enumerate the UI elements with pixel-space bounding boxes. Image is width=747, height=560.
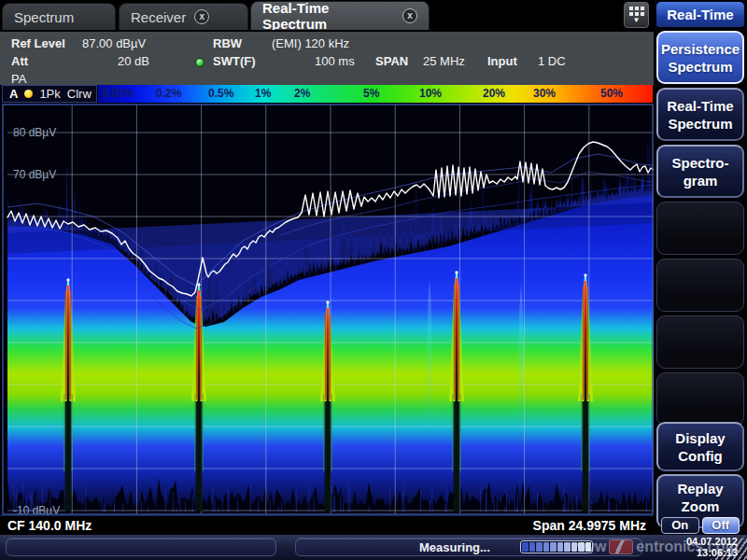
tab-label: Spectrum [14, 9, 74, 25]
input-label: Input [487, 54, 517, 68]
svg-text:70 dBµV: 70 dBµV [13, 168, 56, 181]
tab-spectrum[interactable]: Spectrum [2, 3, 116, 30]
scale-label: 0.2% [156, 87, 181, 100]
att-value[interactable]: 20 dB [118, 54, 149, 68]
tab-real-time-spectrum[interactable]: Real-Time Spectrum x [250, 1, 430, 30]
swt-value[interactable]: 100 ms [315, 54, 355, 68]
ref-level-label: Ref Level [11, 36, 65, 50]
softkey-menu-title: Real-Time [656, 2, 744, 27]
span-readout: Span 24.9975 MHz [533, 518, 646, 533]
ref-level-value[interactable]: 87.00 dBµV [82, 36, 146, 50]
scale-label: 2% [294, 87, 310, 100]
replay-zoom-off-button[interactable]: Off [702, 517, 740, 534]
svg-text:80 dBµV: 80 dBµV [13, 126, 56, 139]
rbw-value[interactable]: (EMI) 120 kHz [272, 36, 349, 50]
measurement-progress-bar [520, 540, 593, 553]
trace-mode: Clrw [67, 87, 92, 101]
tab-receiver[interactable]: Receiver x [119, 3, 248, 30]
scale-label: 50% [600, 87, 623, 100]
scale-label: 30% [533, 87, 556, 100]
scale-label: 20% [483, 87, 505, 100]
tab-list-icon[interactable]: ▼ [624, 2, 649, 28]
tab-label: Receiver [131, 9, 186, 25]
close-icon[interactable]: x [194, 9, 209, 24]
tab-label: Real-Time Spectrum [262, 0, 394, 32]
status-bar: Measuring... www entronics.com 04.07.201… [0, 535, 747, 560]
softkey-real-time-spectrum[interactable]: Real-Time Spectrum [656, 88, 744, 141]
softkey-spectrogram[interactable]: Spectro- gram [656, 145, 744, 198]
scale-label: 5% [363, 87, 379, 100]
pa-indicator: PA [11, 72, 26, 86]
tab-bar: Spectrum Receiver x Real-Time Spectrum x… [0, 0, 654, 30]
persistence-spectrum-display[interactable]: 80 dBµV70 dBµV-10 dBµV [2, 104, 654, 515]
span-label: SPAN [375, 54, 408, 68]
date-readout: 04.07.2012 [654, 536, 738, 547]
tab-grid-icon [629, 7, 644, 16]
softkey-display-config[interactable]: Display Config [656, 422, 744, 471]
softkey-empty[interactable] [656, 315, 744, 369]
replay-zoom-label: Replay Zoom [677, 480, 723, 515]
scale-label: 10% [419, 87, 442, 100]
svg-text:-10 dBµV: -10 dBµV [13, 504, 60, 515]
scale-label: 0.01% [102, 87, 134, 100]
span-value[interactable]: 25 MHz [423, 54, 465, 68]
trace-name: 1Pk [39, 87, 60, 101]
spectrum-analyzer-app: Spectrum Receiver x Real-Time Spectrum x… [0, 0, 747, 560]
center-frequency-readout: CF 140.0 MHz [7, 518, 92, 533]
att-label: Att [11, 54, 28, 68]
replay-zoom-toggle: On Off [661, 517, 740, 534]
softkey-empty[interactable] [656, 372, 744, 426]
frequency-axis-bar: CF 140.0 MHz Span 24.9975 MHz [0, 515, 654, 535]
softkey-empty[interactable] [656, 202, 744, 255]
measuring-status: Measuring... [419, 540, 490, 554]
close-icon[interactable]: x [402, 8, 417, 23]
window-label: A [9, 87, 18, 101]
swt-status-led [195, 58, 204, 67]
statusbar-segment-left [6, 538, 276, 556]
softkey-replay-zoom[interactable]: Replay Zoom On Off [656, 474, 744, 528]
statusbar-segment-right: Measuring... [295, 538, 642, 556]
scale-label: 0.5% [208, 87, 233, 100]
softkey-sidebar: Real-Time Persistence Spectrum Real-Time… [654, 0, 747, 535]
settings-bar: Ref Level 87.00 dBµV RBW (EMI) 120 kHz A… [0, 30, 654, 85]
spectrum-plot-canvas: 80 dBµV70 dBµV-10 dBµV [2, 104, 654, 515]
trace-marker-icon [24, 90, 33, 98]
input-value[interactable]: 1 DC [538, 54, 566, 68]
softkey-empty[interactable] [656, 259, 744, 312]
rbw-label: RBW [213, 36, 242, 50]
persistence-color-scale: 0.01% 0.2% 0.5% 1% 2% 5% 10% 20% 30% 50% [98, 85, 653, 103]
swt-label: SWT(F) [213, 54, 255, 68]
scale-label: 1% [255, 87, 271, 100]
replay-zoom-on-button[interactable]: On [661, 517, 699, 534]
trace-legend[interactable]: A 1Pk Clrw [2, 85, 97, 103]
softkey-persistence-spectrum[interactable]: Persistence Spectrum [656, 31, 744, 84]
chevron-down-icon: ▼ [633, 17, 641, 24]
color-scale-row: A 1Pk Clrw 0.01% 0.2% 0.5% 1% 2% 5% 10% … [0, 85, 654, 104]
